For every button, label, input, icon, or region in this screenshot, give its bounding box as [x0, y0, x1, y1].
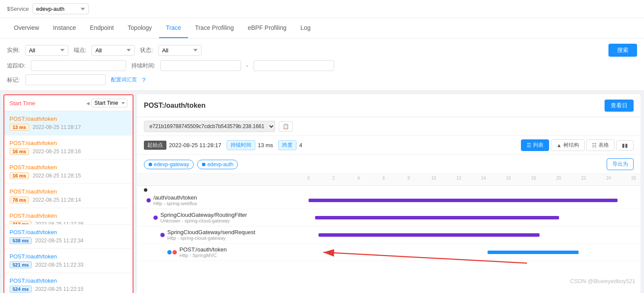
- left-panel-header: Start Time ◀ Start Time: [4, 95, 133, 111]
- endpoint-select[interactable]: All: [91, 45, 135, 56]
- trace-item[interactable]: POST:/oauth/token 521 ms 2022-08-25 11:2…: [4, 249, 133, 273]
- configure-link[interactable]: 配置词汇页: [111, 76, 137, 84]
- span-count-value: 4: [299, 142, 302, 148]
- help-icon: ?: [142, 77, 146, 84]
- tree-icon: ▲: [556, 142, 562, 148]
- span-info-3: POST:/oauth/token Http - SpringMVC: [144, 246, 309, 258]
- trace-badge: 78 ms: [10, 196, 29, 203]
- service-tag-label: edevp-auth: [207, 161, 233, 167]
- duration-item: 持续时间 13 ms: [227, 140, 273, 150]
- export-button[interactable]: 导出为: [607, 158, 634, 170]
- trace-time: 2022-08-25 11:22:15: [35, 286, 83, 292]
- trace-badge: 16 ms: [10, 172, 29, 179]
- trace-list: POST:/oauth/token 13 ms 2022-08-25 11:28…: [4, 111, 133, 293]
- trace-badge: 524 ms: [10, 286, 32, 293]
- trace-item-meta: 538 ms 2022-08-25 11:22:34: [10, 237, 127, 244]
- service-tag-auth[interactable]: edevp-auth: [197, 160, 238, 169]
- trace-item[interactable]: POST:/oauth/token 524 ms 2022-08-25 11:2…: [4, 273, 133, 293]
- trace-item-meta: 312 ms 2022-08-25 11:27:38: [10, 221, 127, 225]
- tab-ebpf-profiling[interactable]: eBPF Profiling: [241, 18, 293, 38]
- left-panel: Start Time ◀ Start Time POST:/oauth/toke…: [3, 94, 133, 293]
- service-label: $Service: [7, 6, 29, 12]
- duration-max-input[interactable]: [254, 60, 334, 71]
- left-panel-title: Start Time: [10, 100, 35, 106]
- trace-time: 2022-08-25 11:22:33: [35, 262, 83, 268]
- trace-item-name: POST:/oauth/token: [10, 277, 127, 284]
- view-tree-button[interactable]: ▲ 树结构: [551, 139, 585, 151]
- timeline-scale: 0 2 4 6 8 10 12 14 16 18 20 22 24 26: [309, 176, 634, 184]
- span-text-1: SpringCloudGateway/RoutingFilter Unknown…: [160, 212, 247, 223]
- span-dot-1: [153, 216, 158, 220]
- span-bar-3: [488, 251, 579, 254]
- tab-trace-profiling[interactable]: Trace Profiling: [188, 18, 241, 38]
- span-sub-3: Http - SpringMVC: [179, 253, 227, 258]
- scale-tick: 20: [556, 176, 561, 180]
- span-sub-0: Http - spring-webflux: [153, 201, 197, 206]
- span-root-info: [144, 188, 309, 192]
- trace-time: 2022-08-25 11:28:15: [33, 173, 81, 179]
- duration-value: 13 ms: [258, 142, 273, 148]
- start-time-item: 起始点 2022-08-25 11:28:17: [144, 141, 221, 150]
- tab-trace[interactable]: Trace: [159, 18, 188, 38]
- span-sub-2: Http - spring-cloud-gateway: [167, 235, 255, 241]
- trace-item-meta: 16 ms 2022-08-25 11:28:16: [10, 148, 127, 155]
- copy-button[interactable]: 📋: [279, 121, 293, 132]
- scale-tick: 0: [307, 176, 310, 180]
- trace-item[interactable]: POST:/oauth/token 16 ms 2022-08-25 11:28…: [4, 135, 133, 160]
- span-row-0: /auth/oauth/token Http - spring-webflux: [137, 192, 641, 209]
- left-panel-sort: ◀ Start Time: [86, 99, 127, 107]
- scale-tick: 22: [581, 176, 586, 180]
- service-tag-gateway[interactable]: edevp-gateway: [144, 160, 194, 169]
- search-button[interactable]: 搜索: [608, 44, 637, 57]
- trace-item[interactable]: POST:/oauth/token 312 ms 2022-08-25 11:2…: [4, 208, 133, 225]
- trace-timeline: 0 2 4 6 8 10 12 14 16 18 20 22 24 26: [137, 174, 641, 293]
- endpoint-label: 端点:: [74, 46, 87, 54]
- tab-overview[interactable]: Overview: [7, 18, 46, 38]
- trace-item-meta: 16 ms 2022-08-25 11:28:15: [10, 172, 127, 179]
- right-panel: POST:/oauth/token 查看日 e721b169788745509c…: [137, 94, 641, 293]
- view-detail-button[interactable]: 查看日: [605, 100, 634, 112]
- tag-input[interactable]: [25, 74, 106, 85]
- watermark: CSDN @Blueeyedboy521: [570, 278, 635, 284]
- status-select[interactable]: All: [158, 45, 202, 56]
- duration-dash: -: [246, 62, 248, 69]
- scale-tick: 14: [481, 176, 486, 180]
- tab-log[interactable]: Log: [293, 18, 317, 38]
- span-bar-area-0: [309, 197, 634, 203]
- sort-select[interactable]: Start Time: [91, 99, 127, 107]
- trace-time: 2022-08-25 11:28:16: [33, 148, 81, 155]
- trace-item[interactable]: POST:/oauth/token 538 ms 2022-08-25 11:2…: [4, 225, 133, 249]
- view-list-button[interactable]: ☰ 列表: [521, 139, 549, 151]
- trace-id-input[interactable]: [31, 60, 126, 71]
- tab-endpoint[interactable]: Endpoint: [83, 18, 120, 38]
- filter-row-3: 标记: 配置词汇页 ?: [7, 74, 637, 85]
- table-icon: ☷: [592, 142, 597, 148]
- view-table-button[interactable]: ☷ 表格: [586, 139, 615, 151]
- timeline-header: 0 2 4 6 8 10 12 14 16 18 20 22 24 26: [137, 174, 641, 186]
- scale-tick: 2: [332, 176, 335, 180]
- span-info-1: SpringCloudGateway/RoutingFilter Unknown…: [144, 212, 309, 223]
- span-bar-area-2: [309, 232, 634, 238]
- instance-select[interactable]: All: [25, 45, 68, 56]
- trace-id-select[interactable]: e721b169788745509c7cdcb7b543579b.238.166…: [144, 121, 275, 132]
- span-bar-area-1: [309, 215, 634, 221]
- trace-item[interactable]: POST:/oauth/token 13 ms 2022-08-25 11:28…: [4, 111, 133, 135]
- service-select[interactable]: edevp-auth: [33, 3, 89, 14]
- trace-item[interactable]: POST:/oauth/token 16 ms 2022-08-25 11:28…: [4, 160, 133, 184]
- scale-tick: 24: [606, 176, 611, 180]
- start-time-value: 2022-08-25 11:28:17: [169, 142, 221, 148]
- duration-min-input[interactable]: [160, 60, 241, 71]
- trace-item-meta: 78 ms 2022-08-25 11:28:14: [10, 196, 127, 203]
- view-stat-button[interactable]: ▮▮: [616, 140, 634, 151]
- scale-tick: 4: [358, 176, 360, 180]
- trace-item[interactable]: POST:/oauth/token 78 ms 2022-08-25 11:28…: [4, 184, 133, 208]
- span-name-1: SpringCloudGateway/RoutingFilter: [160, 212, 247, 218]
- tab-topology[interactable]: Topology: [121, 18, 159, 38]
- sort-chevron-left[interactable]: ◀: [86, 101, 90, 106]
- span-bar-1: [315, 216, 559, 219]
- tab-instance[interactable]: Instance: [46, 18, 83, 38]
- span-name-2: SpringCloudGateway/sendRequest: [167, 229, 255, 235]
- span-dot-2: [160, 233, 165, 237]
- trace-badge: 521 ms: [10, 261, 32, 268]
- scale-tick: 16: [506, 176, 511, 180]
